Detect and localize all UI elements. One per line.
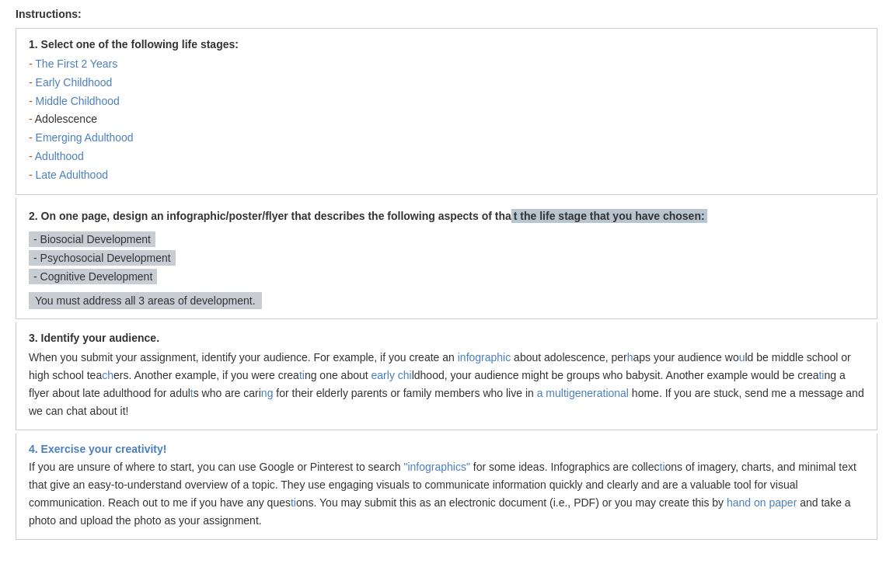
life-stage-early-childhood: - Early Childhood: [29, 74, 864, 92]
section-4-title: 4. Exercise your creativity!: [29, 443, 864, 455]
section-1-title: 1. Select one of the following life stag…: [29, 38, 864, 50]
section-3: 3. Identify your audience. When you subm…: [16, 322, 877, 430]
section-4: 4. Exercise your creativity! If you are …: [16, 433, 877, 540]
section-3-title: 3. Identify your audience.: [29, 332, 864, 344]
section-2-note: You must address all 3 areas of developm…: [29, 292, 262, 309]
section-2-item-biosocial: - Biosocial Development: [29, 231, 155, 247]
section-2-title-highlight: t the life stage that you have chosen:: [511, 209, 707, 223]
section-1: 1. Select one of the following life stag…: [16, 28, 877, 195]
life-stage-adolescence: - Adolescence: [29, 110, 864, 129]
life-stage-adulthood: - Adulthood: [29, 148, 864, 166]
section-2-item-cognitive: - Cognitive Development: [29, 269, 157, 284]
instructions-label: Instructions:: [16, 8, 877, 20]
page-container: Instructions: 1. Select one of the follo…: [0, 0, 893, 548]
life-stage-middle-childhood: - Middle Childhood: [29, 92, 864, 111]
section-2: 2. On one page, design an infographic/po…: [16, 198, 877, 319]
section-4-body: If you are unsure of where to start, you…: [29, 458, 864, 530]
life-stage-first-years: - The First 2 Years: [29, 55, 864, 74]
section-2-title-prefix: 2. On one page, design an infographic/po…: [29, 210, 511, 222]
life-stage-emerging-adulthood: - Emerging Adulthood: [29, 129, 864, 148]
section-3-body: When you submit your assignment, identif…: [29, 349, 864, 420]
life-stage-late-adulthood: - Late Adulthood: [29, 166, 864, 185]
section-2-item-psychosocial: - Psychosocial Development: [29, 250, 176, 266]
